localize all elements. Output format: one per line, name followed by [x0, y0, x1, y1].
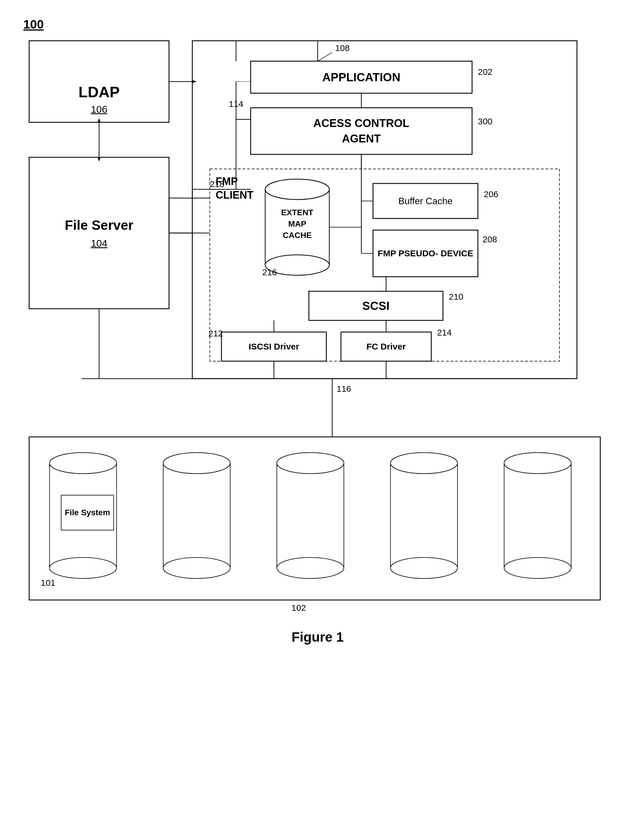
- svg-rect-25: [277, 463, 344, 568]
- ref-216: 216: [262, 267, 277, 277]
- aca-label: ACESS CONTROLAGENT: [313, 115, 409, 147]
- svg-marker-38: [192, 80, 197, 83]
- figure-caption: Figure 1: [23, 629, 612, 801]
- svg-rect-29: [390, 463, 457, 568]
- fileserver-label: File Server: [65, 217, 133, 233]
- application-box: APPLICATION: [251, 61, 472, 93]
- ref-108: 108: [335, 43, 350, 53]
- buffer-cache-box: Buffer Cache: [373, 183, 478, 218]
- ref-101: 101: [41, 578, 55, 588]
- ldap-ref: 106: [91, 104, 107, 115]
- ref-212: 212: [209, 328, 223, 338]
- extent-map-cache-label: EXTENTMAPCACHE: [265, 207, 329, 241]
- aca-box: ACESS CONTROLAGENT: [251, 108, 472, 155]
- ldap-box: LDAP 106: [29, 58, 169, 140]
- svg-point-22: [163, 453, 230, 474]
- svg-point-27: [277, 557, 344, 578]
- svg-point-28: [277, 453, 344, 474]
- fc-label: FC Driver: [366, 342, 406, 352]
- svg-point-14: [265, 179, 329, 199]
- scsi-box: SCSI: [309, 291, 443, 321]
- iscsi-box: ISCSI Driver: [221, 332, 326, 361]
- filesystem-label: File System: [65, 508, 110, 517]
- ref-202: 202: [478, 67, 492, 77]
- svg-point-18: [49, 557, 117, 578]
- svg-point-32: [390, 453, 457, 474]
- ldap-label: LDAP: [78, 83, 120, 101]
- svg-point-26: [277, 453, 344, 474]
- svg-point-19: [49, 453, 117, 474]
- svg-line-50: [318, 52, 332, 61]
- fmp-pseudo-box: FMP PSEUDO- DEVICE: [373, 230, 478, 277]
- application-label: APPLICATION: [322, 71, 400, 84]
- ref-210: 210: [449, 292, 463, 302]
- ref-206: 206: [484, 189, 498, 199]
- fmp-pseudo-label: FMP PSEUDO- DEVICE: [378, 247, 473, 259]
- ref-102: 102: [291, 603, 306, 613]
- fc-box: FC Driver: [341, 332, 431, 361]
- scsi-label: SCSI: [362, 299, 389, 313]
- fileserver-ref: 104: [91, 238, 107, 249]
- svg-rect-33: [504, 463, 571, 568]
- svg-point-35: [504, 557, 571, 578]
- svg-point-12: [265, 179, 329, 199]
- svg-point-24: [163, 453, 230, 474]
- ref-114: 114: [229, 99, 243, 109]
- svg-point-17: [49, 453, 117, 474]
- ref-300: 300: [478, 117, 492, 126]
- ref-218: 218: [210, 179, 224, 189]
- svg-point-31: [390, 557, 457, 578]
- filesystem-box: File System: [61, 495, 114, 530]
- svg-rect-21: [163, 463, 230, 568]
- figure-number: 100: [23, 17, 44, 32]
- ref-208: 208: [482, 234, 497, 245]
- svg-point-34: [504, 453, 571, 474]
- ref-214: 214: [437, 328, 452, 338]
- iscsi-label: ISCSI Driver: [248, 342, 299, 352]
- svg-point-23: [163, 557, 230, 578]
- svg-rect-15: [29, 437, 600, 600]
- buffer-cache-label: Buffer Cache: [398, 196, 452, 207]
- fileserver-box: File Server 104: [29, 157, 169, 309]
- ref-116: 116: [337, 384, 351, 394]
- svg-point-36: [504, 453, 571, 474]
- svg-point-30: [390, 453, 457, 474]
